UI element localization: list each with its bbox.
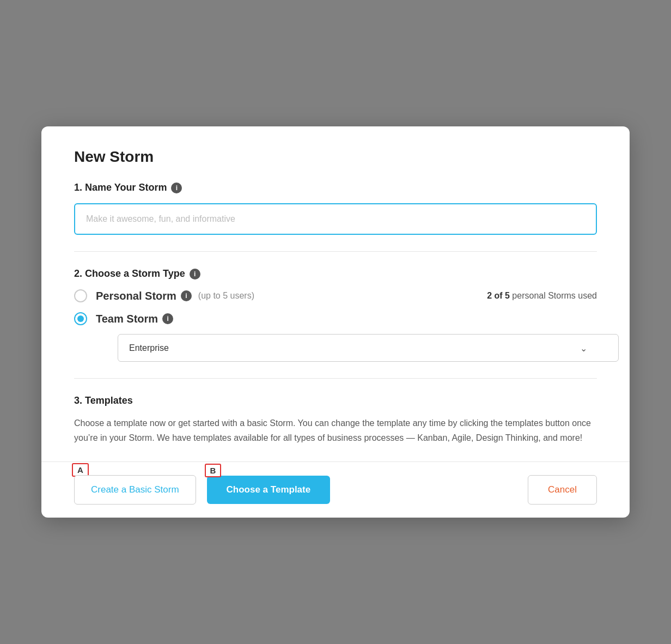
choose-template-button[interactable]: Choose a Template (207, 476, 331, 504)
team-info-icon[interactable]: i (162, 313, 173, 324)
storms-used-text: 2 of 5 personal Storms used (487, 291, 597, 301)
personal-info-icon[interactable]: i (181, 290, 192, 301)
choose-template-wrapper: B Choose a Template (207, 476, 331, 504)
personal-storm-row: Personal Storm i (up to 5 users) 2 of 5 … (74, 289, 597, 302)
modal-footer: A Create a Basic Storm B Choose a Templa… (41, 461, 630, 518)
team-storm-label: Team Storm (96, 313, 158, 325)
badge-b: B (205, 464, 222, 477)
templates-description: Choose a template now or get started wit… (74, 416, 597, 445)
team-storm-header: Team Storm i (74, 312, 597, 325)
team-storm-radio[interactable] (74, 312, 87, 325)
name-heading: 1. Name Your Storm i (74, 182, 597, 193)
templates-section: 3. Templates Choose a template now or ge… (74, 378, 597, 461)
modal-overlay: New Storm 1. Name Your Storm i 2. Choose… (0, 0, 671, 644)
storm-name-input[interactable] (74, 203, 597, 235)
new-storm-modal: New Storm 1. Name Your Storm i 2. Choose… (41, 126, 630, 518)
modal-body: New Storm 1. Name Your Storm i 2. Choose… (41, 126, 630, 461)
create-basic-button[interactable]: Create a Basic Storm (74, 475, 196, 505)
personal-storm-sub: (up to 5 users) (198, 291, 254, 301)
personal-storm-label: Personal Storm (96, 290, 176, 302)
cancel-button[interactable]: Cancel (528, 475, 597, 505)
enterprise-select-wrapper: Enterprise Team A Team B ⌄ (96, 334, 597, 362)
name-info-icon[interactable]: i (171, 183, 182, 193)
personal-storm-radio[interactable] (74, 289, 87, 302)
name-section: 1. Name Your Storm i (74, 182, 597, 251)
team-storm-container: Team Storm i Enterprise Team A Team B ⌄ (74, 312, 597, 362)
enterprise-select[interactable]: Enterprise Team A Team B (118, 334, 619, 362)
type-info-icon[interactable]: i (190, 269, 200, 280)
create-basic-wrapper: A Create a Basic Storm (74, 475, 196, 505)
storm-type-section: 2. Choose a Storm Type i Personal Storm … (74, 251, 597, 378)
storm-type-heading: 2. Choose a Storm Type i (74, 268, 597, 280)
modal-title: New Storm (74, 148, 597, 166)
templates-heading: 3. Templates (74, 395, 597, 406)
